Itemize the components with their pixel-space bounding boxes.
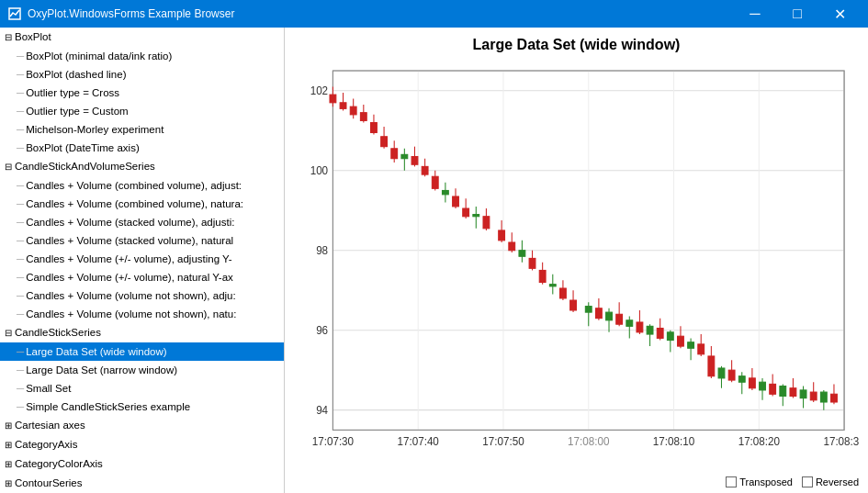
svg-text:102: 102: [310, 84, 328, 97]
reversed-checkbox[interactable]: [802, 476, 813, 487]
svg-text:17:08:00: 17:08:00: [568, 435, 610, 448]
svg-text:17:08:20: 17:08:20: [738, 435, 781, 448]
svg-rect-114: [780, 387, 786, 397]
svg-rect-84: [626, 320, 633, 327]
svg-rect-28: [330, 95, 336, 103]
sidebar-item-cv5[interactable]: ─Candles + Volume (+/- volume), adjustin…: [0, 250, 284, 268]
svg-rect-86: [637, 322, 643, 332]
sidebar-item-candle-group[interactable]: ⊟CandleStickSeries: [0, 323, 284, 342]
svg-rect-120: [810, 392, 817, 400]
leaf-dash: ─: [17, 253, 24, 264]
maximize-button[interactable]: □: [776, 0, 818, 28]
svg-rect-80: [606, 312, 613, 320]
svg-rect-76: [585, 307, 592, 313]
sidebar-item-boxplot-datetime[interactable]: ─BoxPlot (DateTime axis): [0, 139, 284, 157]
svg-rect-52: [453, 196, 459, 207]
svg-rect-118: [800, 390, 806, 398]
expander-icon: ⊞: [2, 456, 15, 473]
svg-rect-112: [770, 384, 776, 394]
svg-rect-96: [688, 342, 694, 349]
svg-rect-56: [473, 215, 479, 217]
sidebar-item-boxplot-group[interactable]: ⊟BoxPlot: [0, 28, 284, 47]
svg-rect-50: [442, 190, 448, 194]
svg-rect-100: [708, 356, 715, 376]
expander-icon: ⊞: [2, 476, 15, 492]
leaf-dash: ─: [17, 346, 24, 357]
svg-rect-116: [790, 388, 796, 397]
expander-icon: ⊞: [2, 437, 15, 454]
svg-rect-98: [698, 344, 705, 354]
sidebar-item-candle-small[interactable]: ─Small Set: [0, 379, 284, 398]
sidebar-item-cartesian-group[interactable]: ⊞Cartesian axes: [0, 416, 284, 435]
close-button[interactable]: ✕: [818, 0, 861, 28]
svg-rect-68: [539, 270, 546, 282]
leaf-dash: ─: [17, 198, 24, 209]
sidebar-item-cv6[interactable]: ─Candles + Volume (+/- volume), natural …: [0, 268, 284, 286]
minimize-button[interactable]: ─: [734, 0, 776, 28]
svg-rect-32: [350, 106, 356, 115]
sidebar-item-cv4[interactable]: ─Candles + Volume (stacked volume), natu…: [0, 231, 284, 250]
svg-rect-90: [657, 329, 663, 339]
svg-rect-104: [728, 370, 735, 380]
leaf-dash: ─: [17, 235, 24, 246]
svg-rect-122: [820, 392, 827, 402]
sidebar-item-candle-simple[interactable]: ─Simple CandleStickSeries example: [0, 398, 284, 416]
sidebar-item-contour-group[interactable]: ⊞ContourSeries: [0, 474, 284, 493]
transposed-checkbox[interactable]: [726, 476, 737, 487]
sidebar-item-boxplot-2[interactable]: ─BoxPlot (dashed line): [0, 65, 284, 84]
svg-text:17:08:30: 17:08:30: [823, 435, 859, 448]
window-controls[interactable]: ─ □ ✕: [734, 0, 861, 28]
leaf-dash: ─: [17, 50, 24, 62]
svg-rect-58: [483, 217, 490, 229]
transposed-control[interactable]: Transposed: [726, 476, 793, 487]
svg-rect-40: [391, 149, 398, 159]
sidebar-item-category-group[interactable]: ⊞CategoryAxis: [0, 435, 284, 454]
leaf-dash: ─: [17, 217, 24, 228]
sidebar-item-cv2[interactable]: ─Candles + Volume (combined volume), nat…: [0, 195, 284, 213]
chart-container: 94969810010217:07:3017:07:4017:07:5017:0…: [294, 61, 859, 465]
sidebar-item-candle-large-narrow[interactable]: ─Large Data Set (narrow window): [0, 361, 284, 379]
sidebar-item-outlier-cross[interactable]: ─Outlier type = Cross: [0, 84, 284, 102]
sidebar-item-michelson[interactable]: ─Michelson-Morley experiment: [0, 120, 284, 139]
svg-rect-48: [432, 176, 438, 188]
svg-rect-62: [509, 242, 515, 251]
svg-text:17:08:10: 17:08:10: [653, 435, 695, 448]
svg-rect-34: [360, 113, 366, 121]
svg-text:94: 94: [316, 404, 328, 417]
svg-text:98: 98: [316, 244, 328, 257]
leaf-dash: ─: [17, 142, 24, 153]
svg-rect-54: [463, 208, 469, 217]
svg-rect-60: [499, 230, 505, 241]
svg-rect-108: [749, 378, 755, 388]
svg-rect-94: [678, 336, 684, 346]
sidebar-item-categorycolor-group[interactable]: ⊞CategoryColorAxis: [0, 454, 284, 474]
chart-svg: 94969810010217:07:3017:07:4017:07:5017:0…: [294, 61, 859, 465]
sidebar-item-candle-large-wide[interactable]: ─Large Data Set (wide window): [0, 342, 284, 361]
leaf-dash: ─: [17, 69, 24, 80]
svg-rect-42: [401, 154, 408, 158]
svg-text:96: 96: [316, 324, 328, 337]
svg-text:17:07:40: 17:07:40: [398, 435, 440, 448]
app-icon: [7, 6, 22, 21]
sidebar-item-cv7[interactable]: ─Candles + Volume (volume not shown), ad…: [0, 286, 284, 305]
svg-rect-36: [371, 123, 378, 133]
sidebar-item-cv3[interactable]: ─Candles + Volume (stacked volume), adju…: [0, 213, 284, 231]
leaf-dash: ─: [17, 364, 24, 375]
sidebar-item-candle-volume-group[interactable]: ⊟CandleStickAndVolumeSeries: [0, 157, 284, 176]
reversed-control[interactable]: Reversed: [802, 476, 859, 487]
sidebar-item-cv1[interactable]: ─Candles + Volume (combined volume), adj…: [0, 176, 284, 195]
sidebar-item-boxplot-1[interactable]: ─BoxPlot (minimal data/ink ratio): [0, 47, 284, 65]
reversed-label: Reversed: [816, 476, 859, 487]
expander-icon: ⊞: [2, 418, 15, 434]
leaf-dash: ─: [17, 401, 24, 412]
expander-icon: ⊟: [2, 159, 15, 175]
sidebar-item-outlier-custom[interactable]: ─Outlier type = Custom: [0, 102, 284, 120]
chart-title: Large Data Set (wide window): [294, 37, 859, 53]
svg-rect-38: [381, 137, 388, 147]
sidebar-item-cv8[interactable]: ─Candles + Volume (volume not shown), na…: [0, 305, 284, 323]
svg-rect-88: [647, 326, 653, 334]
svg-rect-82: [616, 314, 623, 324]
expander-icon: ⊟: [2, 325, 15, 342]
sidebar[interactable]: ⊟BoxPlot─BoxPlot (minimal data/ink ratio…: [0, 28, 285, 493]
svg-rect-102: [718, 368, 725, 378]
